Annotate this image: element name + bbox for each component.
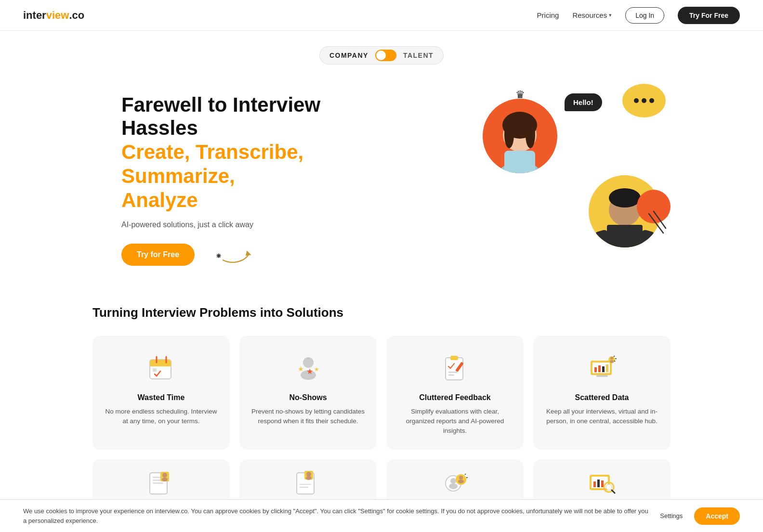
nav-pricing[interactable]: Pricing [537,11,559,19]
hero-title-line3: Analyze [121,189,198,211]
svg-point-57 [306,472,311,477]
no-shows-icon: ★ ★ ★ [291,351,326,386]
svg-point-53 [162,473,167,478]
dot3 [649,98,654,103]
nav-resources[interactable]: Resources ▾ [572,11,612,19]
resources-label: Resources [572,11,607,19]
cookie-actions: Settings Accept [660,507,740,525]
svg-rect-72 [597,480,600,487]
hero-title-line1: Farewell to Interview Hassles [121,93,372,140]
card-wasted-time-title: Wasted Time [138,393,185,402]
cookie-text: We use cookies to improve your experienc… [23,506,650,525]
logo-view: view [46,9,69,22]
card-wasted-time: Wasted Time No more endless scheduling. … [92,336,230,450]
chat-bubble-dots [622,84,666,117]
card-cluttered-feedback-title: Cluttered Feedback [419,393,490,402]
svg-line-17 [649,214,663,233]
svg-point-63 [449,483,458,489]
nav-links: Pricing Resources ▾ Log In Try For Free [537,7,740,24]
svg-rect-30 [446,358,463,380]
svg-marker-4 [246,250,251,256]
svg-rect-10 [504,151,535,173]
hero-text: Farewell to Interview Hassles Create, Tr… [121,79,372,267]
hero-cta-row: Try for Free [121,243,372,267]
woman-figure: ♛ [483,89,557,173]
logo-inter: inter [23,9,46,22]
hero-title-line2: Create, Transcribe, Summarize, [121,141,303,187]
svg-rect-39 [602,366,605,372]
toggle-switch[interactable] [375,50,396,61]
svg-line-18 [654,211,666,228]
svg-point-65 [459,476,463,480]
bottom-icon-3 [440,471,471,495]
svg-text:★: ★ [298,365,304,373]
svg-point-54 [162,478,168,481]
svg-line-45 [614,356,615,357]
svg-rect-73 [601,480,604,487]
svg-point-43 [610,357,613,360]
woman-avatar [483,99,557,173]
svg-rect-24 [153,368,157,372]
svg-point-62 [450,478,456,484]
svg-rect-38 [598,365,601,372]
svg-point-25 [303,357,314,368]
toggle-pill: COMPANY TALENT [319,46,444,65]
company-label: COMPANY [329,52,368,59]
svg-point-44 [610,360,614,363]
svg-point-75 [606,484,612,490]
card-cluttered-feedback-desc: Simplify evaluations with clear, organiz… [398,407,512,436]
bottom-icon-1 [146,471,177,495]
svg-rect-31 [450,356,458,360]
try-free-nav-button[interactable]: Try For Free [678,7,740,24]
arrow-icon [210,243,253,267]
cookie-settings-button[interactable]: Settings [660,512,683,519]
svg-rect-41 [596,375,608,377]
svg-rect-71 [593,481,596,487]
card-no-shows: ★ ★ ★ No-Shows Prevent no-shows by letti… [239,336,377,450]
cookie-banner: We use cookies to improve your experienc… [0,499,763,527]
hero-title-orange: Create, Transcribe, Summarize, Analyze [121,140,372,213]
svg-rect-51 [153,482,163,484]
card-scattered-data: Scattered Data Keep all your interviews,… [533,336,671,450]
navbar: interview.co Pricing Resources ▾ Log In … [0,0,763,31]
problems-section-title: Turning Interview Problems into Solution… [92,305,671,320]
arrow-decoration [210,243,253,267]
hero-subtitle: AI-powered solutions, just a click away [121,221,372,229]
svg-point-58 [306,476,312,480]
card-cluttered-feedback: Cluttered Feedback Simplify evaluations … [386,336,524,450]
svg-line-67 [465,474,466,475]
logo-co: co [72,9,85,22]
svg-rect-14 [607,225,643,247]
hello-bubble: Hello! [565,93,602,111]
toggle-knob [376,51,386,60]
dot2 [642,98,646,103]
svg-point-9 [526,121,535,148]
svg-rect-21 [150,363,171,366]
hero-illustration: Hello! ♛ [468,79,671,252]
card-scattered-data-desc: Keep all your interviews, virtual and in… [545,407,659,427]
cards-grid: Wasted Time No more endless scheduling. … [92,336,671,450]
deco-lines [644,209,668,238]
woman-avatar-circle [483,99,557,173]
card-wasted-time-desc: No more endless scheduling. Interview at… [104,407,218,427]
resources-chevron-icon: ▾ [609,12,612,18]
cookie-accept-button[interactable]: Accept [694,507,740,525]
toggle-section: COMPANY TALENT [0,31,763,65]
try-for-free-hero-button[interactable]: Try for Free [121,244,195,266]
cluttered-feedback-icon [438,351,473,386]
svg-line-76 [612,490,615,493]
login-button[interactable]: Log In [625,7,664,24]
scattered-data-icon [585,351,619,386]
dot1 [634,98,639,103]
bottom-icon-4 [587,471,618,495]
logo[interactable]: interview.co [23,9,84,22]
svg-point-13 [609,188,641,208]
card-no-shows-desc: Prevent no-shows by letting candidates r… [251,407,365,427]
svg-point-8 [504,121,514,148]
hero-section: Farewell to Interview Hassles Create, Tr… [44,65,719,286]
wasted-time-icon [144,351,179,386]
svg-point-66 [458,480,464,483]
bottom-icon-2 [293,471,324,495]
talent-label: TALENT [403,52,434,59]
svg-rect-40 [606,364,608,372]
